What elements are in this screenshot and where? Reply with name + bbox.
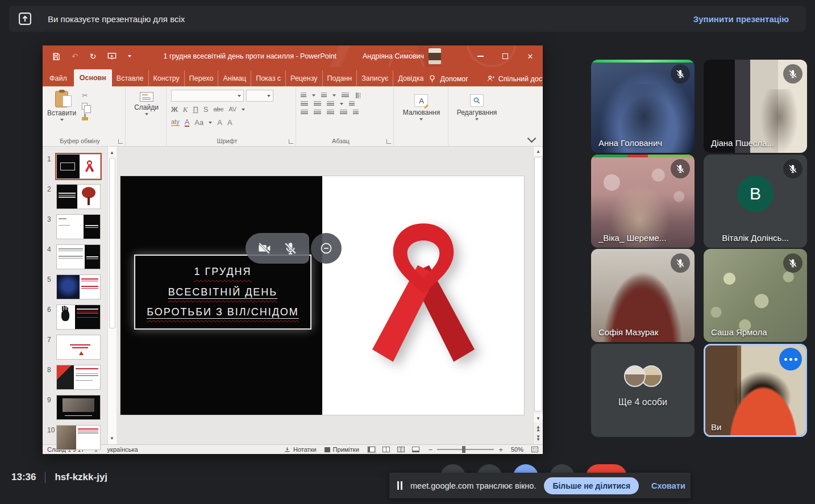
editing-button[interactable]: Редагування [457,94,497,120]
tab-slideshow[interactable]: Показ с [251,70,286,87]
scroll-up-icon[interactable]: ▲ [110,150,114,155]
scroll-down-icon[interactable]: ▼ [534,414,543,423]
scroll-up-icon[interactable]: ▲ [534,147,543,156]
strikethrough-button[interactable]: abc [213,106,223,113]
zoom-track[interactable] [437,449,494,450]
text-shadow-button[interactable]: S [203,106,209,113]
character-spacing-button[interactable]: AV [228,106,236,113]
participant-tile[interactable]: B Віталік Долінсь... [704,155,807,248]
collapse-ribbon-icon[interactable] [527,134,537,143]
slide-5-thumbnail[interactable] [56,274,101,299]
redo-icon[interactable]: ↻ [90,52,97,60]
comments-button[interactable]: Примітки [325,446,359,453]
thumbnail-row[interactable]: 9 [43,395,107,420]
smartart-icon[interactable] [353,110,359,115]
scroll-thumb[interactable] [534,157,542,411]
increase-indent-icon[interactable] [314,101,321,107]
justify-icon[interactable] [340,110,347,115]
normal-view-button[interactable] [367,446,376,453]
close-button[interactable]: ✕ [518,45,543,67]
align-left-icon[interactable] [301,110,308,115]
align-text-icon[interactable] [327,101,334,107]
font-color-button[interactable]: A [185,118,190,127]
zoom-in-button[interactable]: + [498,445,503,454]
thumbnail-row[interactable]: 1 [43,154,107,179]
slide-scrollbar[interactable]: ▲ ▼ ▲▲ ▼▼ [533,147,543,444]
bullets-icon[interactable] [301,93,306,98]
line-spacing-icon[interactable] [342,93,349,98]
thumbnail-row[interactable]: 4 [43,244,107,269]
zoom-out-button[interactable]: − [429,445,433,454]
new-slide-button[interactable]: Слайди [134,90,159,115]
italic-button[interactable]: К [183,106,188,113]
language-indicator[interactable]: українська [107,446,138,453]
notes-button[interactable]: Нотатки [284,446,317,453]
tab-design[interactable]: Констру [149,70,185,87]
tab-insert[interactable]: Вставле [112,70,149,87]
change-case-button[interactable]: Aa [194,119,203,126]
save-icon[interactable] [52,52,60,61]
numbering-icon[interactable] [321,93,327,98]
previous-slide-icon[interactable]: ▲▲ [535,426,542,432]
format-painter-icon[interactable] [82,117,88,120]
panel-scrollbar[interactable]: ▲ ▼ [107,147,117,444]
slide-title-textbox[interactable]: 1 ГРУДНЯ ВСЕСВІТНІЙ ДЕНЬ БОРОТЬБИ З ВІЛ/… [134,255,311,330]
align-right-icon[interactable] [327,110,334,115]
zoom-thumb[interactable] [462,446,465,453]
thumbnail-row[interactable]: 6 [43,305,107,330]
fit-slide-icon[interactable] [531,447,538,452]
thumbnail-row[interactable]: 8 [43,365,107,390]
text-direction-icon[interactable] [355,93,360,98]
participant-tile[interactable]: Софія Мазурак [591,249,695,342]
overflow-participants-tile[interactable]: Ще 4 особи [591,344,695,437]
more-options-button[interactable] [779,348,802,370]
help-search-label[interactable]: Допомог [440,75,468,83]
hide-overlay-button[interactable] [311,233,342,264]
slide-sorter-view-button[interactable] [382,446,391,453]
grow-font-button[interactable]: A [217,119,222,126]
thumbnail-row[interactable]: 2 [43,184,107,209]
thumbnail-row[interactable]: 7 [43,335,107,360]
thumbnail-row[interactable]: 10 [43,425,107,450]
account-name[interactable]: Андріяна Симович [363,52,424,60]
tab-transitions[interactable]: Перехо [185,70,219,87]
bold-button[interactable]: Ж [171,106,178,113]
slide-9-thumbnail[interactable] [56,395,101,420]
tab-file[interactable]: Файл [43,70,74,87]
clipboard-dialog-launcher[interactable] [118,139,123,144]
underline-button[interactable]: П [193,106,198,113]
share-label[interactable]: Спільний доступ [498,75,543,83]
mic-off-icon[interactable] [283,241,298,256]
align-center-icon[interactable] [314,110,321,115]
panel-scroll-thumb[interactable] [109,158,115,328]
slide-3-thumbnail[interactable] [56,214,101,239]
tab-help[interactable]: Довідка [393,70,428,87]
account-avatar[interactable] [429,48,441,64]
reading-view-button[interactable] [397,446,406,453]
decrease-indent-icon[interactable] [301,101,308,107]
font-size-combo[interactable] [246,90,273,102]
slide-1-thumbnail[interactable] [56,154,101,179]
slide-6-thumbnail[interactable] [56,305,101,330]
columns-icon[interactable] [349,101,355,107]
zoom-level[interactable]: 50% [511,446,523,453]
slide-8-thumbnail[interactable] [56,365,101,390]
hide-toast-button[interactable]: Сховати [651,481,685,490]
tab-animations[interactable]: Анімац [218,70,251,87]
current-slide[interactable]: 1 ГРУДНЯ ВСЕСВІТНІЙ ДЕНЬ БОРОТЬБИ З ВІЛ/… [120,176,524,415]
slideshow-icon[interactable] [107,52,117,60]
highlight-button[interactable]: aty [171,119,180,126]
scroll-down-icon[interactable]: ▼ [110,436,114,441]
maximize-button[interactable] [493,45,518,67]
slideshow-view-button[interactable] [411,446,421,453]
cut-icon[interactable]: ✂ [82,92,88,99]
drawing-button[interactable]: A Малювання [403,94,440,120]
copy-icon[interactable] [82,103,88,110]
paragraph-dialog-launcher[interactable] [386,139,391,144]
paste-button[interactable]: Вставити [47,90,76,121]
shrink-font-button[interactable]: A [227,119,232,126]
slide-7-thumbnail[interactable] [56,335,101,360]
participant-tile[interactable]: _Віка_ Шереме... [591,155,695,248]
slide-4-thumbnail[interactable] [56,244,101,269]
font-dialog-launcher[interactable] [289,139,293,144]
